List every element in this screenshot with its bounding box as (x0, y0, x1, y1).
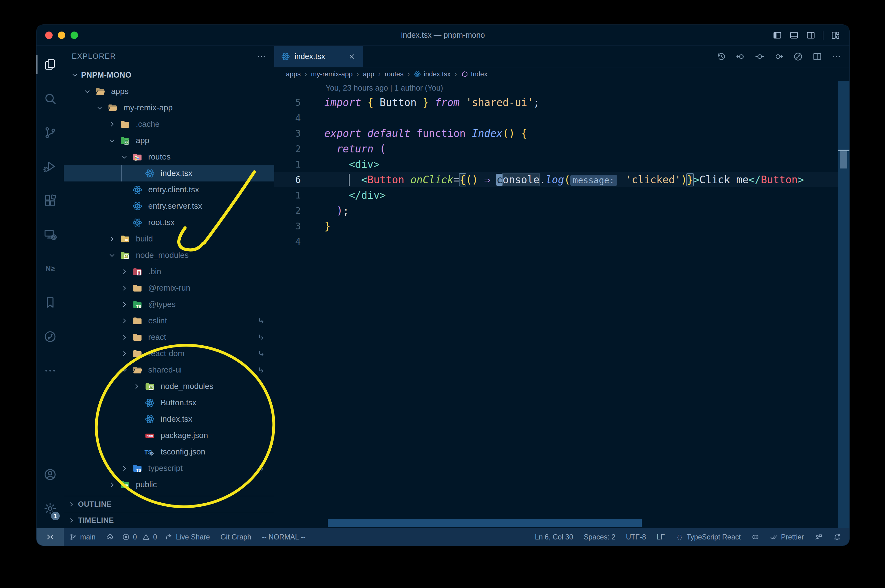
breadcrumb-item-index[interactable]: Index (461, 70, 488, 78)
activitybar-source-control-icon[interactable] (36, 116, 64, 150)
code-line-2[interactable]: 2 ); (274, 203, 849, 218)
tree-item--remix-run[interactable]: @remix-run (64, 280, 274, 296)
statusbar-vim-mode[interactable]: -- NORMAL -- (256, 528, 311, 546)
chevron-right-icon[interactable] (118, 284, 131, 292)
breadcrumb-item-apps[interactable]: apps (286, 70, 301, 78)
tree-item-app[interactable]: ⚙app (64, 132, 274, 149)
tab-index-tsx[interactable]: index.tsx (274, 46, 363, 67)
statusbar-errors[interactable]: 0 (119, 528, 140, 546)
horizontal-scrollbar-thumb[interactable] (328, 519, 642, 527)
statusbar-cursor-position[interactable]: Ln 6, Col 30 (530, 528, 578, 546)
tree-item-index-tsx[interactable]: index.tsx (64, 411, 274, 427)
close-icon[interactable] (348, 52, 356, 61)
statusbar-eol[interactable]: LF (652, 528, 670, 546)
code-line-2[interactable]: 2 return ( (274, 141, 849, 156)
code-line-3[interactable]: 3} (274, 218, 849, 234)
statusbar-live-share[interactable]: Live Share (160, 528, 215, 546)
code-line-4[interactable]: 4 (274, 110, 849, 126)
layout-sidebar-left-icon[interactable] (773, 31, 782, 40)
chevron-right-icon[interactable] (106, 480, 118, 489)
tree-item-react[interactable]: react (64, 329, 274, 345)
vertical-scrollbar-thumb[interactable] (840, 151, 847, 168)
explorer-more-icon[interactable] (257, 52, 266, 61)
chevron-right-icon[interactable] (131, 382, 143, 391)
tree-item-button-tsx[interactable]: Button.tsx (64, 394, 274, 411)
statusbar-prettier[interactable]: Prettier (765, 528, 809, 546)
chevron-down-icon[interactable] (69, 71, 81, 80)
activitybar-extensions-icon[interactable] (36, 184, 64, 218)
tree-item-shared-ui[interactable]: shared-ui (64, 362, 274, 378)
code-editor[interactable]: You, 23 hours ago | 1 author (You) 5impo… (274, 81, 849, 528)
tree-item--bin[interactable]: 0110.bin (64, 263, 274, 280)
code-line-5[interactable]: 5import { Button } from 'shared-ui'; (274, 94, 849, 110)
breadcrumb-item-routes[interactable]: routes (385, 70, 403, 78)
chevron-right-icon[interactable] (106, 235, 118, 243)
editor-action-split-editor-icon[interactable] (812, 52, 822, 62)
editor-action-previous-change-icon[interactable] (736, 52, 745, 62)
layout-sidebar-right-icon[interactable] (806, 31, 815, 40)
tree-item-pnpm-mono[interactable]: PNPM-MONO (64, 67, 274, 83)
activitybar-remote-explorer-icon[interactable] (36, 218, 64, 252)
tree-item-build[interactable]: build (64, 231, 274, 247)
activitybar-search-icon[interactable] (36, 82, 64, 116)
code-line-1[interactable]: 1 <div> (274, 156, 849, 172)
activitybar-nx-console-icon[interactable]: N≥ (36, 252, 64, 286)
chevron-right-icon[interactable] (118, 267, 131, 276)
statusbar-encoding[interactable]: UTF-8 (621, 528, 652, 546)
tree-item-entry-client-tsx[interactable]: entry.client.tsx (64, 182, 274, 198)
tree-item-tsconfig-json[interactable]: TStsconfig.json (64, 444, 274, 460)
activitybar-account-icon[interactable] (36, 458, 64, 492)
chevron-down-icon[interactable] (118, 366, 131, 374)
chevron-down-icon[interactable] (81, 87, 93, 96)
statusbar-sync[interactable] (101, 528, 119, 546)
tree-item--cache[interactable]: .cache (64, 116, 274, 132)
code-line-3[interactable]: 3export default function Index() { (274, 126, 849, 141)
activitybar-more-icon[interactable] (36, 354, 64, 388)
tree-item-my-remix-app[interactable]: my-remix-app (64, 99, 274, 116)
traffic-light-zoom[interactable] (71, 32, 78, 39)
code-line-6[interactable]: 6 <Button onClick={() ⇒ console.log(mess… (274, 172, 849, 188)
chevron-right-icon[interactable] (118, 350, 131, 358)
chevron-right-icon[interactable] (118, 316, 131, 325)
activitybar-git-graph-icon[interactable] (36, 320, 64, 354)
chevron-down-icon[interactable] (93, 104, 106, 112)
tree-item-package-json[interactable]: npmpackage.json (64, 427, 274, 444)
tree-item-eslint[interactable]: eslint (64, 312, 274, 329)
tree-item-entry-server-tsx[interactable]: entry.server.tsx (64, 198, 274, 214)
chevron-right-icon[interactable] (118, 333, 131, 342)
editor-action-open-changes-icon[interactable] (755, 52, 765, 62)
sidebar-section-timeline[interactable]: TIMELINE (64, 512, 274, 528)
statusbar-language-mode[interactable]: {}TypeScript React (670, 528, 746, 546)
remote-indicator[interactable] (36, 528, 64, 546)
statusbar-feedback[interactable] (809, 528, 828, 546)
editor-action-timeline-icon[interactable] (716, 52, 726, 62)
tree-item--types[interactable]: TS@types (64, 296, 274, 312)
traffic-light-minimize[interactable] (58, 32, 65, 39)
chevron-down-icon[interactable] (106, 251, 118, 260)
layout-customize-icon[interactable] (831, 31, 840, 40)
code-line-1[interactable]: 1 </div> (274, 188, 849, 203)
chevron-right-icon[interactable] (106, 120, 118, 129)
tree-item-apps[interactable]: apps (64, 83, 274, 99)
vertical-scrollbar[interactable] (838, 81, 849, 528)
tree-item-root-tsx[interactable]: root.tsx (64, 214, 274, 231)
breadcrumb-item-app[interactable]: app (363, 70, 375, 78)
traffic-light-close[interactable] (45, 32, 53, 39)
statusbar-branch[interactable]: main (64, 528, 101, 546)
sidebar-section-outline[interactable]: OUTLINE (64, 496, 274, 512)
breadcrumb-item-index-tsx[interactable]: index.tsx (414, 70, 450, 78)
statusbar-copilot[interactable] (746, 528, 765, 546)
chevron-down-icon[interactable] (118, 153, 131, 161)
statusbar-warnings[interactable]: 0 (140, 528, 160, 546)
breadcrumb-item-my-remix-app[interactable]: my-remix-app (311, 70, 352, 78)
activitybar-run-debug-icon[interactable] (36, 150, 64, 184)
tree-item-node-modules[interactable]: JSnode_modules (64, 378, 274, 394)
tree-item-typescript[interactable]: TStypescript (64, 460, 274, 476)
statusbar-indentation[interactable]: Spaces: 2 (578, 528, 620, 546)
activitybar-settings-icon[interactable]: 1 (36, 492, 64, 525)
code-line-4[interactable]: 4 (274, 234, 849, 249)
activitybar-bookmarks-icon[interactable] (36, 286, 64, 320)
activitybar-explorer-icon[interactable] (36, 48, 64, 82)
tree-item-react-dom[interactable]: react-dom (64, 345, 274, 362)
tree-item-routes[interactable]: routes (64, 149, 274, 165)
